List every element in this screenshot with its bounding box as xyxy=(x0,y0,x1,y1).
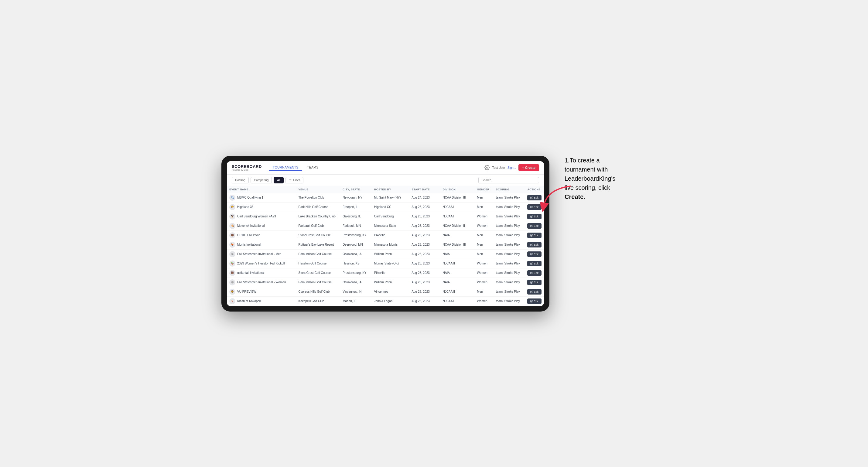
cell-hosted-by: Pikeville xyxy=(372,230,409,240)
cell-scoring: team, Stroke Play xyxy=(494,230,525,240)
cell-hosted-by: William Penn xyxy=(372,278,409,287)
cell-city-state: Hesston, KS xyxy=(340,259,372,268)
edit-button-row-6[interactable]: Edit xyxy=(527,242,541,247)
cell-division: NJCAA II xyxy=(440,287,475,297)
table-row: 🦁 VU PREVIEW Cypress Hills Golf Club Vin… xyxy=(227,287,544,297)
team-icon: 🦁 xyxy=(229,204,236,210)
page-wrapper: SCOREBOARD Powered by Clipp TOURNAMENTS … xyxy=(221,156,647,312)
hosting-filter-btn[interactable]: Hosting xyxy=(232,177,249,183)
cell-start-date: Aug 28, 2023 xyxy=(409,278,440,287)
search-input[interactable] xyxy=(478,177,539,183)
filter-options-btn[interactable]: Filter xyxy=(285,177,303,183)
table-row: 🐴 Maverick Invitational Faribault Golf C… xyxy=(227,221,544,230)
cell-event-name: 🦊 Morris Invitational xyxy=(227,240,296,249)
table-row: 🦅 Carl Sandburg Women FA23 Lake Bracken … xyxy=(227,212,544,221)
cell-actions: Edit xyxy=(525,268,544,278)
edit-button-row-11[interactable]: Edit xyxy=(527,289,541,294)
cell-city-state: Freeport, IL xyxy=(340,202,372,212)
team-icon: 🦆 xyxy=(229,260,236,267)
event-name-text: upike fall invitational xyxy=(237,271,265,275)
competing-filter-btn[interactable]: Competing xyxy=(251,177,272,183)
cell-actions: Edit xyxy=(525,240,544,249)
cell-hosted-by: Minnesota State xyxy=(372,221,409,230)
event-name-text: Highland 36 xyxy=(237,205,253,209)
cell-division: NAIA xyxy=(440,268,475,278)
cell-hosted-by: John A Logan xyxy=(372,297,409,306)
cell-event-name: 🦁 Highland 36 xyxy=(227,202,296,212)
edit-button-row-4[interactable]: Edit xyxy=(527,223,541,229)
edit-icon xyxy=(530,253,533,255)
event-name-text: Morris Invitational xyxy=(237,243,261,246)
col-start-date: START DATE xyxy=(409,186,440,193)
col-division: DIVISION xyxy=(440,186,475,193)
annotation-arrow xyxy=(540,183,577,214)
cell-gender: Women xyxy=(475,268,494,278)
tab-tournaments[interactable]: TOURNAMENTS xyxy=(269,164,302,171)
cell-gender: Women xyxy=(475,297,494,306)
cell-city-state: Vincennes, IN xyxy=(340,287,372,297)
col-hosted-by: HOSTED BY xyxy=(372,186,409,193)
edit-button-row-8[interactable]: Edit xyxy=(527,261,541,266)
cell-hosted-by: Minnesota-Morris xyxy=(372,240,409,249)
cell-start-date: Aug 26, 2023 xyxy=(409,212,440,221)
cell-venue: Faribault Golf Club xyxy=(296,221,340,230)
edit-button-row-9[interactable]: Edit xyxy=(527,270,541,276)
col-scoring: SCORING xyxy=(494,186,525,193)
event-name-text: Fall Statesmen Invitational - Women xyxy=(237,281,286,284)
cell-start-date: Aug 28, 2023 xyxy=(409,297,440,306)
edit-button-row-10[interactable]: Edit xyxy=(527,280,541,285)
cell-division: NCAA Division III xyxy=(440,240,475,249)
event-name-text: Maverick Invitational xyxy=(237,224,265,227)
event-name-text: 2023 Women's Hesston Fall Kickoff xyxy=(237,262,285,265)
filter-label: Filter xyxy=(293,179,300,182)
edit-button-row-12[interactable]: Edit xyxy=(527,299,541,304)
cell-division: NJCAA I xyxy=(440,212,475,221)
cell-division: NJCAA I xyxy=(440,297,475,306)
edit-icon xyxy=(530,225,533,227)
tab-teams[interactable]: TEAMS xyxy=(303,164,322,171)
cell-scoring: team, Stroke Play xyxy=(494,240,525,249)
table-row: 🐾 MSMC Qualifying 1 The Powelton Club Ne… xyxy=(227,193,544,202)
cell-scoring: team, Stroke Play xyxy=(494,259,525,268)
cell-gender: Men xyxy=(475,193,494,202)
team-icon: 🦊 xyxy=(229,242,236,248)
sign-out-link[interactable]: Sign... xyxy=(507,166,516,169)
cell-start-date: Aug 25, 2023 xyxy=(409,202,440,212)
edit-button-row-2[interactable]: Edit xyxy=(527,204,541,210)
cell-scoring: team, Stroke Play xyxy=(494,193,525,202)
cell-hosted-by: William Penn xyxy=(372,249,409,259)
header-right: Test User Sign... + Create xyxy=(485,164,539,171)
cell-division: NAIA xyxy=(440,230,475,240)
edit-button-row-1[interactable]: Edit xyxy=(527,195,541,200)
create-button[interactable]: + Create xyxy=(519,164,539,171)
cell-hosted-by: Highland CC xyxy=(372,202,409,212)
table-row: 🦌 Klash at Kokopelli Kokopelli Golf Club… xyxy=(227,297,544,306)
col-venue: VENUE xyxy=(296,186,340,193)
cell-actions: Edit xyxy=(525,287,544,297)
cell-venue: The Powelton Club xyxy=(296,193,340,202)
cell-start-date: Aug 28, 2023 xyxy=(409,221,440,230)
cell-gender: Men xyxy=(475,202,494,212)
edit-button-row-5[interactable]: Edit xyxy=(527,232,541,238)
filters-bar: Hosting Competing All Filter xyxy=(227,175,544,186)
edit-button-row-3[interactable]: Edit xyxy=(527,214,541,219)
cell-venue: Hesston Golf Course xyxy=(296,259,340,268)
cell-scoring: team, Stroke Play xyxy=(494,268,525,278)
cell-venue: Lake Bracken Country Club xyxy=(296,212,340,221)
table-body: 🐾 MSMC Qualifying 1 The Powelton Club Ne… xyxy=(227,193,544,306)
edit-button-row-7[interactable]: Edit xyxy=(527,251,541,257)
cell-city-state: Prestonsburg, KY xyxy=(340,230,372,240)
svg-point-0 xyxy=(486,167,488,168)
cell-venue: Edmundson Golf Course xyxy=(296,278,340,287)
gear-icon[interactable] xyxy=(485,165,490,170)
all-filter-btn[interactable]: All xyxy=(274,177,284,183)
cell-gender: Men xyxy=(475,240,494,249)
annotation-panel: 1.To create a tournament with Leaderboar… xyxy=(550,156,647,201)
team-icon: 🦅 xyxy=(229,214,236,220)
cell-gender: Women xyxy=(475,212,494,221)
cell-hosted-by: Murray State (OK) xyxy=(372,259,409,268)
filter-icon xyxy=(289,179,292,182)
table-header-row: EVENT NAME VENUE CITY, STATE HOSTED BY S… xyxy=(227,186,544,193)
cell-gender: Men xyxy=(475,287,494,297)
logo-sub: Powered by Clipp xyxy=(232,169,262,171)
